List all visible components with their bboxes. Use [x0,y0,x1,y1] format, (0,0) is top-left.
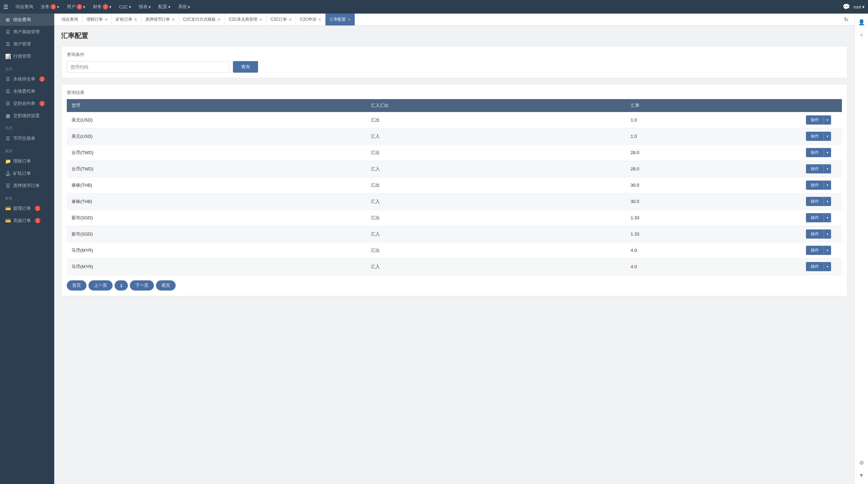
card2-icon: 💳 [5,218,11,223]
cell-action: 操作 ▾ [801,161,842,177]
action-button-9[interactable]: 操作 [806,262,824,271]
cell-rate: 1.33 [626,210,801,226]
sidebar-item-yongxu-chicang[interactable]: ☰ 永续持仓单 2 [0,73,54,85]
tab-kuangji[interactable]: 矿机订单 ✕ [112,14,141,25]
action-dropdown-9[interactable]: ▾ [824,262,831,271]
sidebar-item-yonghu-jichu[interactable]: ☰ 用户基础管理 [0,26,54,38]
action-dropdown-0[interactable]: ▾ [824,115,831,125]
chart-icon: 📊 [5,54,11,59]
user-profile-icon[interactable]: 👤 [856,17,867,27]
chat-icon[interactable]: 💬 [843,3,850,11]
action-dropdown-1[interactable]: ▾ [824,132,831,141]
action-button-1[interactable]: 操作 [806,132,824,141]
action-button-8[interactable]: 操作 [806,246,824,255]
action-button-3[interactable]: 操作 [806,164,824,173]
action-dropdown-6[interactable]: ▾ [824,213,831,222]
tab-zhiya[interactable]: 质押借币订单 ✕ [141,14,179,25]
nav-item-yonghu[interactable]: 用户 3 ▾ [64,0,88,14]
cell-currency: 美元(USD) [67,128,366,145]
action-dropdown-5[interactable]: ▾ [824,197,831,206]
tab-c2c-zhifu[interactable]: C2C支付方式模板 ✕ [179,14,225,25]
action-button-6[interactable]: 操作 [806,213,824,222]
action-dropdown-7[interactable]: ▾ [824,229,831,239]
sidebar-item-bibi-jiaoyi[interactable]: ☰ 币币交易单 [0,132,54,145]
refresh-icon[interactable]: ↻ [841,16,851,23]
nav-item-zonghe[interactable]: 综合查询 [13,0,36,14]
data-table: 货币 汇入汇出 汇率 美元(USD) 汇出 1.0 操作 ▾ [67,99,842,275]
sidebar-item-tixian[interactable]: 💳 提现订单 1 [0,202,54,215]
cell-rate: 4.0 [626,259,801,275]
nav-item-yewu[interactable]: 业务 3 ▾ [38,0,62,14]
table-row: 马币(MYR) 汇出 4.0 操作 ▾ [67,242,842,259]
action-dropdown-2[interactable]: ▾ [824,148,831,157]
action-button-5[interactable]: 操作 [806,197,824,206]
tab-c2c-shensu[interactable]: C2C申诉 ✕ [296,14,326,25]
action-dropdown-8[interactable]: ▾ [824,246,831,255]
add-icon[interactable]: ＋ [856,30,867,40]
cell-rate: 1.0 [626,112,801,128]
tab-close-licai[interactable]: ✕ [105,18,107,21]
query-section: 查询条件 查询 [61,46,848,78]
cell-direction: 汇入 [366,226,626,242]
cell-action: 操作 ▾ [801,210,842,226]
sidebar-item-jiaofu-heyue[interactable]: ☰ 交割合约单 1 [0,97,54,110]
page-content: 汇率配置 查询条件 查询 查询结果 货币 汇入汇出 汇率 [54,26,854,484]
tab-close-c2c-zhifu[interactable]: ✕ [218,18,220,21]
tab-close-c2c-dingdan[interactable]: ✕ [289,18,292,21]
tab-close-huilu[interactable]: ✕ [348,18,351,21]
action-dropdown-4[interactable]: ▾ [824,181,831,190]
section-label-caiwu: 财务 [0,192,54,202]
home-icon: ⊞ [5,17,11,22]
cell-rate: 30.0 [626,193,801,210]
tab-close-c2c-chengdian[interactable]: ✕ [259,18,262,21]
tab-zonghe[interactable]: 综合查询 [58,14,82,25]
prev-page-button[interactable]: 上一页 [88,280,113,291]
cell-action: 操作 ▾ [801,226,842,242]
currency-code-input[interactable] [67,61,230,73]
sidebar-item-yonghu-guanli[interactable]: ☰ 用户管理 [0,38,54,50]
tab-close-zhiya[interactable]: ✕ [172,18,175,21]
action-button-0[interactable]: 操作 [806,115,824,125]
nav-item-c2c[interactable]: C2C ▾ [116,0,134,14]
tab-c2c-chengdian[interactable]: C2C承兑商管理 ✕ [225,14,267,25]
nav-item-peizhi[interactable]: 配置 ▾ [156,0,173,14]
action-button-2[interactable]: 操作 [806,148,824,157]
current-page-button[interactable]: 1 [115,280,128,291]
table-row: 新市(SGD) 汇出 1.33 操作 ▾ [67,210,842,226]
first-page-button[interactable]: 首页 [67,280,86,291]
sidebar-item-hangqing[interactable]: 📊 行情管理 [0,50,54,62]
nav-item-xitong[interactable]: 系统 ▾ [175,0,193,14]
sidebar-item-licai[interactable]: 📁 理财订单 [0,155,54,167]
action-button-4[interactable]: 操作 [806,181,824,190]
tab-licai[interactable]: 理财订单 ✕ [82,14,112,25]
user-label[interactable]: root ▾ [853,4,865,10]
sidebar-item-yongxu-weituo[interactable]: ☰ 永续委托单 [0,85,54,97]
sidebar-item-zonghe[interactable]: ⊞ 综合查询 [0,14,54,26]
sidebar-item-jiaofu-changkong[interactable]: ▦ 交割场控设置 [0,110,54,122]
last-page-button[interactable]: 尾页 [156,280,176,291]
tab-c2c-dingdan[interactable]: C2C订单 ✕ [267,14,296,25]
nav-item-caiwu[interactable]: 财务 2 ▾ [90,0,114,14]
tab-huilu[interactable]: 汇率配置 ✕ [326,14,355,25]
next-page-button[interactable]: 下一页 [130,280,154,291]
action-dropdown-3[interactable]: ▾ [824,164,831,173]
tab-close-c2c-shensu[interactable]: ✕ [318,18,321,21]
cell-currency: 马币(MYR) [67,259,366,275]
grid-icon: ▦ [5,113,11,118]
settings-icon[interactable]: ⚙ [856,458,867,468]
menu-icon[interactable]: ☰ [3,4,8,10]
pagination: 首页 上一页 1 下一页 尾页 [67,280,842,291]
query-button[interactable]: 查询 [233,61,258,73]
sidebar: ⊞ 综合查询 ☰ 用户基础管理 ☰ 用户管理 📊 行情管理 合约 ☰ 永续持仓单… [0,14,54,484]
sidebar-item-zhiya[interactable]: ☰ 质押借币订单 [0,180,54,192]
cell-direction: 汇出 [366,242,626,259]
sidebar-item-chongzhi[interactable]: 💳 充值订单 1 [0,215,54,227]
cell-currency: 新市(SGD) [67,210,366,226]
scroll-down-icon[interactable]: ▼ [856,470,867,481]
sidebar-item-kuangji[interactable]: ⚓ 矿机订单 [0,167,54,180]
cell-action: 操作 ▾ [801,112,842,128]
tab-close-kuangji[interactable]: ✕ [134,18,137,21]
nav-item-baobiao[interactable]: 报表 ▾ [136,0,154,14]
cell-action: 操作 ▾ [801,259,842,275]
action-button-7[interactable]: 操作 [806,229,824,239]
